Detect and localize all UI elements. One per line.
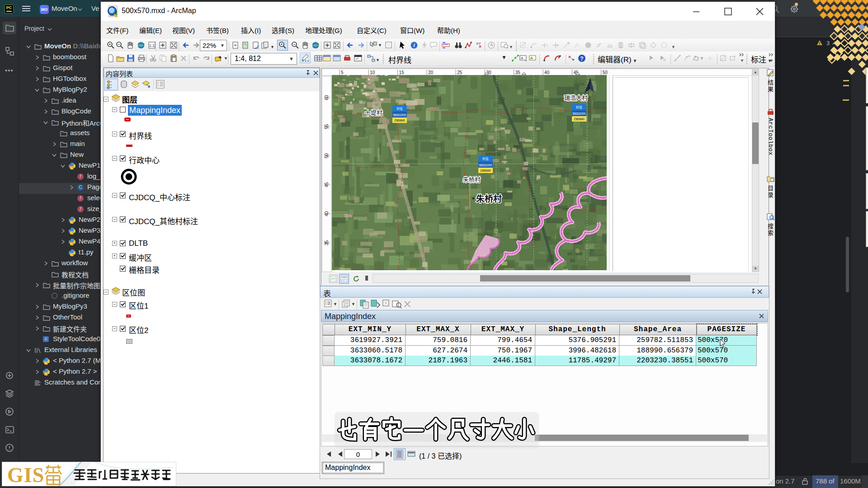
svg-text:55: 55 — [324, 124, 329, 129]
svg-text:40: 40 — [544, 70, 550, 75]
svg-text:50: 50 — [324, 153, 329, 159]
svg-text:60: 60 — [324, 95, 329, 100]
svg-text:GIS: GIS — [7, 464, 44, 486]
svg-text:XY: XY — [476, 42, 481, 46]
svg-text:A: A — [521, 56, 524, 60]
svg-text:十堤村: 十堤村 — [365, 109, 382, 116]
svg-text:500121XXX: 500121XXX — [393, 113, 407, 117]
svg-text:村名: 村名 — [576, 105, 582, 109]
svg-text:A: A — [530, 56, 533, 60]
svg-text:1:1: 1:1 — [149, 43, 155, 48]
svg-text:朱桥村: 朱桥村 — [463, 176, 481, 183]
svg-text:?: ? — [580, 56, 583, 62]
svg-text:15: 15 — [399, 70, 405, 75]
svg-text:25: 25 — [457, 70, 462, 75]
svg-text:50: 50 — [603, 70, 608, 75]
svg-text:2369640: 2369640 — [394, 119, 405, 122]
svg-text:35: 35 — [324, 240, 329, 246]
svg-text:10: 10 — [370, 70, 375, 75]
svg-text:40: 40 — [324, 211, 329, 216]
svg-text:20: 20 — [428, 70, 434, 75]
svg-text:瑞浩大村: 瑞浩大村 — [564, 94, 588, 101]
svg-text:5: 5 — [341, 70, 344, 75]
svg-text:500121XXX: 500121XXX — [573, 112, 586, 115]
svg-text:村名: 村名 — [396, 107, 403, 111]
svg-text:35: 35 — [515, 70, 521, 75]
svg-text:2369640: 2369640 — [480, 169, 491, 172]
svg-text:2369640: 2369640 — [574, 117, 585, 121]
svg-text:500121XXX: 500121XXX — [479, 164, 493, 167]
svg-text:朱桥村: 朱桥村 — [476, 194, 502, 204]
svg-text:村名: 村名 — [482, 157, 489, 161]
svg-text:A: A — [663, 58, 666, 62]
svg-text:45: 45 — [324, 182, 329, 188]
